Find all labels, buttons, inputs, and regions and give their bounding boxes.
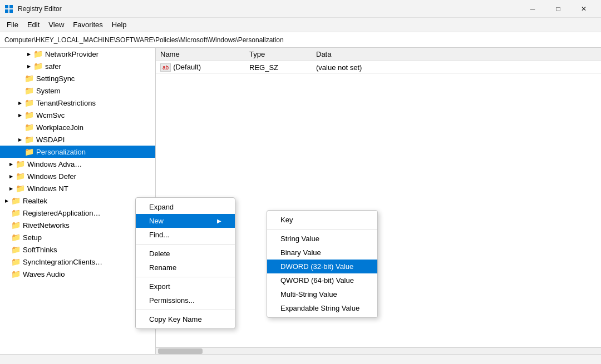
svg-rect-2 [5, 9, 8, 13]
context-menu-item-rename[interactable]: Rename [136, 261, 235, 275]
folder-icon: 📁 [24, 111, 34, 119]
submenu-item-label: Multi-String Value [280, 290, 337, 298]
tree-item[interactable]: ▶📁TenantRestrictions [0, 97, 155, 109]
tree-item[interactable]: ▶📁Windows Adva… [0, 158, 155, 170]
tree-item[interactable]: 📁SyncIntegrationClients… [0, 256, 155, 268]
tree-item-label: Windows Adva… [27, 160, 82, 168]
submenu-item-dword-32-bit-value[interactable]: DWORD (32-bit) Value [267, 260, 377, 273]
submenu-item-label: Expandable String Value [280, 304, 359, 312]
context-menu-item-expand[interactable]: Expand [136, 200, 235, 214]
title-bar: Registry Editor ─ □ ✕ [0, 0, 601, 18]
context-menu-item-copy-key-name[interactable]: Copy Key Name [136, 312, 235, 326]
folder-icon: 📁 [24, 74, 34, 83]
tree-arrow-icon [16, 86, 24, 95]
folder-icon: 📁 [24, 123, 34, 132]
submenu-item-key[interactable]: Key [267, 213, 377, 227]
folder-icon: 📁 [24, 135, 34, 144]
tree-item[interactable]: 📁Waves Audio [0, 268, 155, 280]
tree-item-label: Windows NT [27, 185, 68, 193]
tree-item[interactable]: ▶📁Windows NT [0, 182, 155, 195]
tree-item[interactable]: 📁SettingSync [0, 72, 155, 84]
tree-arrow-icon [2, 245, 11, 254]
folder-icon: 📁 [24, 98, 34, 107]
context-menu-item-find-[interactable]: Find... [136, 228, 235, 242]
tree-item[interactable]: ▶📁Realtek [0, 195, 155, 207]
context-menu-item-export[interactable]: Export [136, 280, 235, 293]
tree-item[interactable]: 📁System [0, 84, 155, 97]
menu-file[interactable]: File [2, 19, 23, 30]
tree-item-label: safer [45, 62, 61, 71]
folder-icon: 📁 [11, 208, 21, 217]
tree-item[interactable]: ▶📁Windows Defer [0, 170, 155, 182]
submenu-item-string-value[interactable]: String Value [267, 232, 377, 246]
context-menu-item-delete[interactable]: Delete [136, 247, 235, 261]
submenu-item-qword-64-bit-value[interactable]: QWORD (64-bit) Value [267, 273, 377, 287]
tree-item[interactable]: 📁Personalization [0, 146, 155, 158]
registry-hscrollbar[interactable] [156, 347, 601, 354]
reg-data-cell: (value not set) [312, 61, 601, 74]
submenu-item-expandable-string-value[interactable]: Expandable String Value [267, 301, 377, 315]
reg-type-icon: ab [160, 63, 171, 72]
menu-view[interactable]: View [44, 19, 68, 30]
submenu-item-multi-string-value[interactable]: Multi-String Value [267, 287, 377, 301]
tree-item-label: Windows Defer [27, 172, 76, 181]
submenu-item-binary-value[interactable]: Binary Value [267, 246, 377, 260]
folder-icon: 📁 [16, 172, 25, 181]
menu-edit[interactable]: Edit [23, 19, 44, 30]
tree-item-label: Realtek [23, 197, 47, 205]
tree-scroll[interactable]: ▶📁NetworkProvider▶📁safer📁SettingSync📁Sys… [0, 48, 155, 354]
context-menu: ExpandNew▶Find...DeleteRenameExportPermi… [135, 197, 235, 329]
tree-arrow-icon [2, 221, 11, 230]
minimize-button[interactable]: ─ [520, 0, 545, 18]
context-menu-label: Expand [149, 203, 174, 211]
table-row[interactable]: ab(Default)REG_SZ(value not set) [156, 61, 601, 74]
tree-item[interactable]: 📁Setup [0, 231, 155, 243]
tree-arrow-icon: ▶ [24, 49, 33, 58]
context-menu-item-new[interactable]: New▶ [136, 214, 235, 228]
menu-separator [136, 244, 235, 245]
tree-item[interactable]: ▶📁WcmSvc [0, 109, 155, 121]
tree-item[interactable]: ▶📁safer [0, 60, 155, 72]
menu-help[interactable]: Help [107, 19, 131, 30]
maximize-button[interactable]: □ [545, 0, 571, 18]
tree-item-label: TenantRestrictions [36, 99, 96, 107]
registry-tbody: ab(Default)REG_SZ(value not set) [156, 61, 601, 74]
submenu-separator [267, 229, 377, 230]
context-menu-item-permissions-[interactable]: Permissions... [136, 293, 235, 307]
tree-item[interactable]: ▶📁NetworkProvider [0, 48, 155, 60]
folder-icon: 📁 [16, 184, 25, 193]
app-icon [4, 4, 13, 13]
tree-item[interactable]: 📁WorkplaceJoin [0, 121, 155, 133]
tree-item[interactable]: 📁SoftThinks [0, 243, 155, 256]
svg-rect-3 [9, 9, 13, 13]
tree-item-label: SyncIntegrationClients… [23, 258, 102, 266]
tree-item[interactable]: 📁RivetNetworks [0, 219, 155, 231]
submenu-item-label: DWORD (32-bit) Value [280, 262, 353, 271]
submenu-item-label: Key [280, 216, 293, 224]
tree-arrow-icon [16, 147, 24, 156]
context-menu-label: Export [149, 282, 170, 291]
tree-arrow-icon: ▶ [16, 111, 24, 119]
svg-rect-0 [5, 5, 8, 8]
tree-arrow-icon [2, 208, 11, 217]
tree-item[interactable]: 📁RegisteredApplication… [0, 207, 155, 219]
folder-icon: 📁 [11, 270, 21, 278]
menu-favorites[interactable]: Favorites [68, 19, 107, 30]
tree-item-label: Personalization [36, 148, 86, 156]
tree-item[interactable]: ▶📁WSDAPI [0, 133, 155, 146]
tree-item-label: System [36, 87, 60, 95]
col-header-data: Data [312, 48, 601, 61]
tree-item-label: RivetNetworks [23, 221, 70, 230]
folder-icon: 📁 [24, 147, 34, 156]
tree-item-label: NetworkProvider [45, 50, 98, 58]
tree-arrow-icon: ▶ [24, 62, 33, 71]
context-menu-label: Rename [149, 263, 176, 272]
submenu-item-label: String Value [280, 235, 319, 243]
tree-item-label: Setup [23, 233, 42, 242]
submenu: KeyString ValueBinary ValueDWORD (32-bit… [267, 210, 378, 318]
folder-icon: 📁 [11, 196, 21, 205]
close-button[interactable]: ✕ [571, 0, 597, 18]
tree-item-label: RegisteredApplication… [23, 209, 100, 217]
context-menu-label: Find... [149, 231, 169, 239]
folder-icon: 📁 [11, 233, 21, 242]
